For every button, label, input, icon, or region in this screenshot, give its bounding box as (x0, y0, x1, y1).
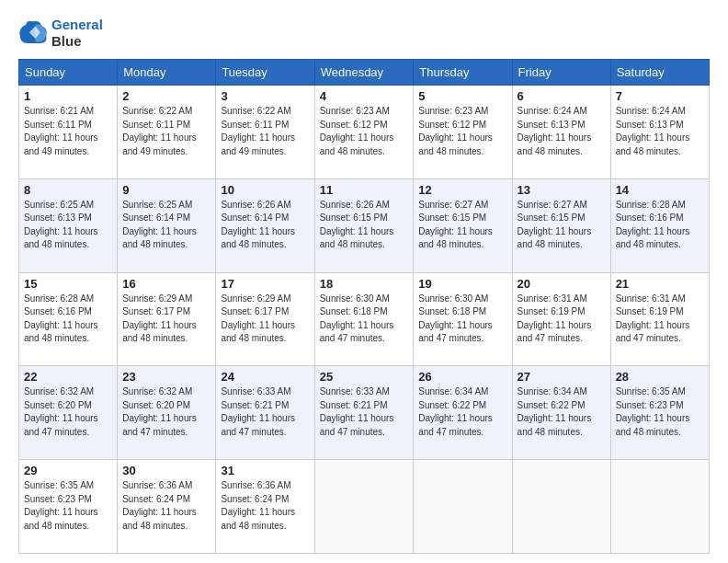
calendar-cell (414, 460, 512, 554)
calendar-page: General Blue SundayMondayTuesdayWednesda… (0, 0, 728, 563)
calendar-cell: 11 Sunrise: 6:26 AM Sunset: 6:15 PM Dayl… (314, 178, 414, 272)
logo-text: General Blue (51, 17, 103, 50)
day-number: 11 (320, 183, 409, 197)
day-number: 18 (320, 277, 409, 291)
day-info: Sunrise: 6:34 AM Sunset: 6:22 PM Dayligh… (518, 385, 606, 439)
day-number: 10 (221, 183, 309, 197)
day-info: Sunrise: 6:33 AM Sunset: 6:21 PM Dayligh… (320, 385, 409, 439)
calendar-cell: 1 Sunrise: 6:21 AM Sunset: 6:11 PM Dayli… (19, 86, 118, 179)
week-row-1: 1 Sunrise: 6:21 AM Sunset: 6:11 PM Dayli… (19, 86, 710, 179)
day-info: Sunrise: 6:28 AM Sunset: 6:16 PM Dayligh… (616, 199, 704, 252)
weekday-header-saturday: Saturday (610, 60, 709, 86)
day-info: Sunrise: 6:28 AM Sunset: 6:16 PM Dayligh… (24, 293, 112, 346)
day-number: 28 (616, 370, 704, 384)
day-number: 30 (122, 464, 210, 477)
calendar-cell: 17 Sunrise: 6:29 AM Sunset: 6:17 PM Dayl… (216, 272, 314, 366)
calendar-cell: 24 Sunrise: 6:33 AM Sunset: 6:21 PM Dayl… (216, 366, 314, 460)
day-number: 26 (418, 370, 506, 384)
calendar-cell (512, 460, 610, 554)
week-row-4: 22 Sunrise: 6:32 AM Sunset: 6:20 PM Dayl… (19, 366, 710, 460)
header: General Blue (18, 17, 710, 50)
calendar-cell: 31 Sunrise: 6:36 AM Sunset: 6:24 PM Dayl… (216, 460, 314, 554)
day-info: Sunrise: 6:32 AM Sunset: 6:20 PM Dayligh… (122, 385, 210, 439)
day-info: Sunrise: 6:23 AM Sunset: 6:12 PM Dayligh… (418, 105, 506, 158)
day-number: 1 (24, 89, 112, 103)
calendar-cell (314, 460, 414, 554)
day-number: 16 (122, 277, 210, 291)
calendar-cell: 15 Sunrise: 6:28 AM Sunset: 6:16 PM Dayl… (19, 272, 118, 366)
week-row-5: 29 Sunrise: 6:35 AM Sunset: 6:23 PM Dayl… (19, 460, 710, 554)
calendar-cell: 20 Sunrise: 6:31 AM Sunset: 6:19 PM Dayl… (512, 272, 610, 366)
day-info: Sunrise: 6:27 AM Sunset: 6:15 PM Dayligh… (418, 199, 506, 252)
day-info: Sunrise: 6:24 AM Sunset: 6:13 PM Dayligh… (616, 105, 704, 158)
logo: General Blue (18, 17, 103, 50)
day-number: 29 (24, 464, 112, 477)
calendar-cell: 29 Sunrise: 6:35 AM Sunset: 6:23 PM Dayl… (19, 460, 118, 554)
calendar-cell: 23 Sunrise: 6:32 AM Sunset: 6:20 PM Dayl… (118, 366, 216, 460)
day-info: Sunrise: 6:29 AM Sunset: 6:17 PM Dayligh… (221, 293, 309, 346)
calendar-cell: 30 Sunrise: 6:36 AM Sunset: 6:24 PM Dayl… (118, 460, 216, 554)
calendar-cell: 9 Sunrise: 6:25 AM Sunset: 6:14 PM Dayli… (118, 178, 216, 272)
day-info: Sunrise: 6:34 AM Sunset: 6:22 PM Dayligh… (418, 385, 506, 439)
day-number: 6 (518, 89, 606, 103)
weekday-header-wednesday: Wednesday (314, 60, 414, 86)
week-row-3: 15 Sunrise: 6:28 AM Sunset: 6:16 PM Dayl… (19, 272, 710, 366)
day-number: 12 (418, 183, 506, 197)
calendar-cell: 3 Sunrise: 6:22 AM Sunset: 6:11 PM Dayli… (216, 86, 314, 179)
day-number: 21 (616, 277, 704, 291)
day-number: 17 (221, 277, 309, 291)
day-number: 2 (122, 89, 210, 103)
calendar-cell: 5 Sunrise: 6:23 AM Sunset: 6:12 PM Dayli… (414, 86, 512, 179)
logo-icon (18, 18, 48, 48)
day-number: 3 (221, 89, 309, 103)
day-number: 25 (320, 370, 409, 384)
weekday-header-monday: Monday (118, 60, 216, 86)
day-info: Sunrise: 6:33 AM Sunset: 6:21 PM Dayligh… (221, 385, 309, 439)
day-info: Sunrise: 6:25 AM Sunset: 6:13 PM Dayligh… (24, 199, 112, 252)
calendar-cell: 12 Sunrise: 6:27 AM Sunset: 6:15 PM Dayl… (414, 178, 512, 272)
day-info: Sunrise: 6:24 AM Sunset: 6:13 PM Dayligh… (518, 105, 606, 158)
calendar-cell: 4 Sunrise: 6:23 AM Sunset: 6:12 PM Dayli… (314, 86, 414, 179)
weekday-header-sunday: Sunday (19, 60, 118, 86)
day-info: Sunrise: 6:26 AM Sunset: 6:14 PM Dayligh… (221, 199, 309, 252)
day-number: 8 (24, 183, 112, 197)
day-info: Sunrise: 6:31 AM Sunset: 6:19 PM Dayligh… (616, 293, 704, 346)
day-info: Sunrise: 6:21 AM Sunset: 6:11 PM Dayligh… (24, 105, 112, 158)
weekday-header-thursday: Thursday (414, 60, 512, 86)
calendar-cell: 2 Sunrise: 6:22 AM Sunset: 6:11 PM Dayli… (118, 86, 216, 179)
day-info: Sunrise: 6:30 AM Sunset: 6:18 PM Dayligh… (418, 293, 506, 346)
calendar-cell: 6 Sunrise: 6:24 AM Sunset: 6:13 PM Dayli… (512, 86, 610, 179)
day-number: 15 (24, 277, 112, 291)
day-number: 20 (518, 277, 606, 291)
day-number: 13 (518, 183, 606, 197)
day-info: Sunrise: 6:35 AM Sunset: 6:23 PM Dayligh… (24, 479, 112, 533)
day-info: Sunrise: 6:26 AM Sunset: 6:15 PM Dayligh… (320, 199, 409, 252)
day-number: 22 (24, 370, 112, 384)
calendar-cell: 18 Sunrise: 6:30 AM Sunset: 6:18 PM Dayl… (314, 272, 414, 366)
calendar-table: SundayMondayTuesdayWednesdayThursdayFrid… (18, 59, 710, 554)
day-info: Sunrise: 6:22 AM Sunset: 6:11 PM Dayligh… (122, 105, 210, 158)
week-row-2: 8 Sunrise: 6:25 AM Sunset: 6:13 PM Dayli… (19, 178, 710, 272)
calendar-cell: 10 Sunrise: 6:26 AM Sunset: 6:14 PM Dayl… (216, 178, 314, 272)
calendar-cell: 16 Sunrise: 6:29 AM Sunset: 6:17 PM Dayl… (118, 272, 216, 366)
calendar-cell: 25 Sunrise: 6:33 AM Sunset: 6:21 PM Dayl… (314, 366, 414, 460)
weekday-header-tuesday: Tuesday (216, 60, 314, 86)
day-info: Sunrise: 6:36 AM Sunset: 6:24 PM Dayligh… (221, 479, 309, 533)
calendar-cell: 13 Sunrise: 6:27 AM Sunset: 6:15 PM Dayl… (512, 178, 610, 272)
day-info: Sunrise: 6:27 AM Sunset: 6:15 PM Dayligh… (518, 199, 606, 252)
calendar-cell: 21 Sunrise: 6:31 AM Sunset: 6:19 PM Dayl… (610, 272, 709, 366)
day-number: 9 (122, 183, 210, 197)
day-info: Sunrise: 6:29 AM Sunset: 6:17 PM Dayligh… (122, 293, 210, 346)
weekday-header-row: SundayMondayTuesdayWednesdayThursdayFrid… (19, 60, 710, 86)
day-info: Sunrise: 6:35 AM Sunset: 6:23 PM Dayligh… (616, 385, 704, 439)
weekday-header-friday: Friday (512, 60, 610, 86)
calendar-cell: 8 Sunrise: 6:25 AM Sunset: 6:13 PM Dayli… (19, 178, 118, 272)
day-info: Sunrise: 6:25 AM Sunset: 6:14 PM Dayligh… (122, 199, 210, 252)
day-info: Sunrise: 6:22 AM Sunset: 6:11 PM Dayligh… (221, 105, 309, 158)
day-info: Sunrise: 6:30 AM Sunset: 6:18 PM Dayligh… (320, 293, 409, 346)
calendar-cell (610, 460, 709, 554)
day-info: Sunrise: 6:36 AM Sunset: 6:24 PM Dayligh… (122, 479, 210, 533)
day-info: Sunrise: 6:32 AM Sunset: 6:20 PM Dayligh… (24, 385, 112, 439)
day-number: 4 (320, 89, 409, 103)
day-number: 31 (221, 464, 309, 477)
